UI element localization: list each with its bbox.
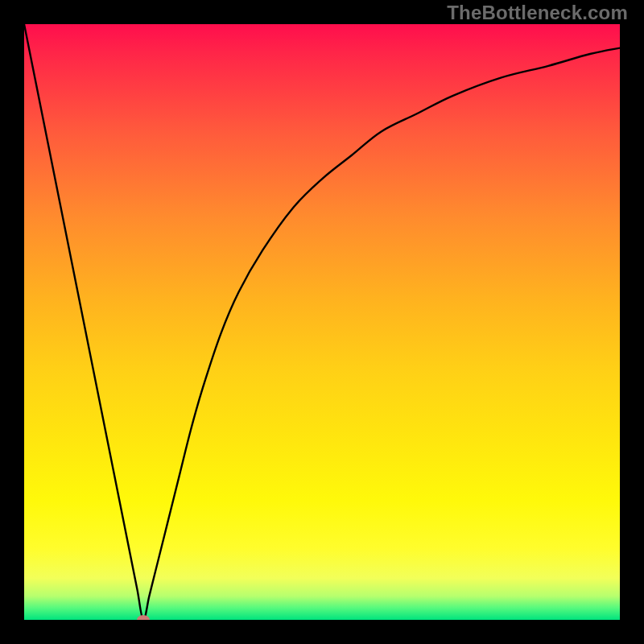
watermark-text: TheBottleneck.com	[447, 2, 628, 24]
curve-svg	[24, 24, 620, 620]
bottleneck-curve	[24, 24, 620, 620]
chart-frame: TheBottleneck.com	[0, 0, 644, 644]
plot-area	[24, 24, 620, 620]
optimal-point-marker	[137, 615, 150, 620]
